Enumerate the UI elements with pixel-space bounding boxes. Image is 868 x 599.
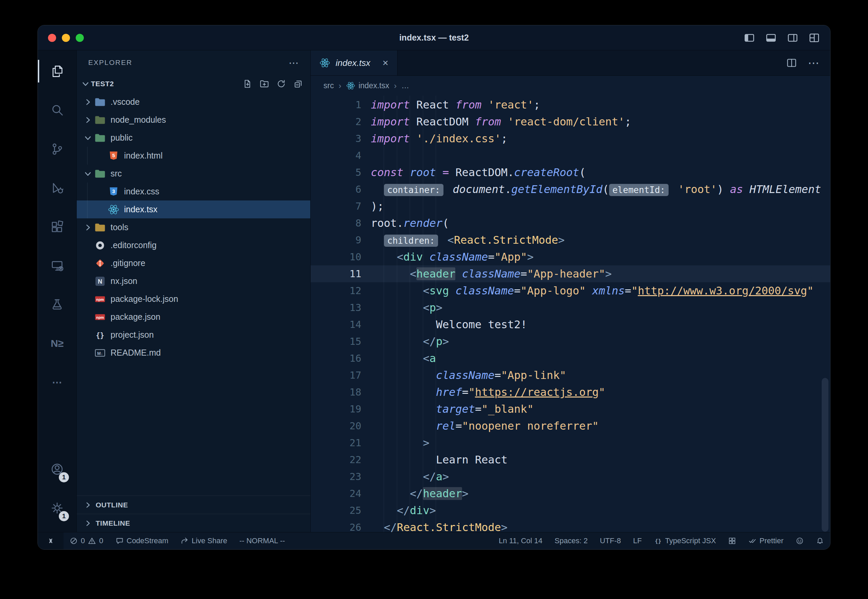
line-number[interactable]: 6	[311, 181, 361, 198]
line-number[interactable]: 1	[311, 96, 361, 113]
tree-item-package.json[interactable]: npmpackage.json	[77, 308, 310, 326]
line-number[interactable]: 18	[311, 384, 361, 400]
line-number[interactable]: 22	[311, 451, 361, 468]
breadcrumb-item-…[interactable]: …	[401, 81, 409, 90]
code-line-text[interactable]: </a>	[361, 468, 449, 485]
code-line-text[interactable]	[361, 147, 371, 164]
code-line-text[interactable]: <div className="App">	[361, 248, 534, 265]
line-number[interactable]: 16	[311, 350, 361, 367]
status-notifications[interactable]	[810, 533, 830, 549]
status-remote-indicator[interactable]	[38, 533, 63, 549]
line-number[interactable]: 23	[311, 468, 361, 485]
editor-scrollbar[interactable]	[822, 378, 829, 532]
code-editor[interactable]: 1import React from 'react';2import React…	[311, 96, 830, 532]
sidebar-more-actions-button[interactable]: ⋯	[289, 57, 299, 69]
line-number[interactable]: 4	[311, 147, 361, 164]
zoom-window-button[interactable]	[76, 34, 84, 42]
tree-item-project.json[interactable]: {}project.json	[77, 326, 310, 344]
status-problems[interactable]: 00	[63, 533, 110, 549]
code-line-text[interactable]: import ReactDOM from 'react-dom/client';	[361, 113, 632, 130]
activity-explorer-button[interactable]	[38, 52, 77, 90]
code-line-text[interactable]: target="_blank"	[361, 400, 534, 417]
code-line-text[interactable]: <p>	[361, 299, 442, 316]
status-feedback[interactable]	[790, 533, 810, 549]
tree-item-public[interactable]: public	[77, 129, 310, 147]
line-number[interactable]: 9	[311, 232, 361, 248]
status-extension-status[interactable]	[722, 533, 742, 549]
chevron-down-icon[interactable]	[82, 169, 93, 178]
activity-source-control-button[interactable]	[38, 129, 77, 169]
status-vim-mode[interactable]: -- NORMAL --	[233, 533, 291, 549]
line-number[interactable]: 13	[311, 299, 361, 316]
code-line-text[interactable]: children: <React.StrictMode>	[361, 232, 564, 248]
new-file-button[interactable]	[243, 79, 252, 89]
status-eol[interactable]: LF	[627, 533, 648, 549]
close-window-button[interactable]	[48, 34, 56, 42]
chevron-down-icon[interactable]	[82, 134, 93, 142]
code-line-text[interactable]: className="App-link"	[361, 367, 566, 384]
toggle-secondary-sidebar-icon[interactable]	[787, 32, 798, 44]
line-number[interactable]: 2	[311, 113, 361, 130]
line-number[interactable]: 26	[311, 519, 361, 532]
tree-item-index.html[interactable]: 5index.html	[77, 147, 310, 165]
status-codestream[interactable]: CodeStream	[110, 533, 175, 549]
tree-item-node_modules[interactable]: node_modules	[77, 111, 310, 129]
tree-item-README.md[interactable]: M↓README.md	[77, 344, 310, 362]
code-line-text[interactable]: Learn React	[361, 451, 508, 468]
line-number[interactable]: 5	[311, 164, 361, 181]
breadcrumb-item-index.tsx[interactable]: index.tsx	[346, 81, 390, 90]
line-number[interactable]: 24	[311, 485, 361, 502]
chevron-right-icon[interactable]	[82, 116, 93, 124]
code-line-text[interactable]: </React.StrictMode>	[361, 519, 508, 532]
status-language-mode[interactable]: {}TypeScript JSX	[648, 533, 722, 549]
activity-nx-console-button[interactable]: N≥	[38, 324, 77, 363]
tab-close-icon[interactable]: ×	[383, 57, 389, 69]
tree-item-src[interactable]: src	[77, 165, 310, 182]
line-number[interactable]: 7	[311, 198, 361, 215]
toggle-primary-sidebar-icon[interactable]	[744, 32, 755, 44]
activity-testing-button[interactable]	[38, 285, 77, 324]
status-cursor-position[interactable]: Ln 11, Col 14	[493, 533, 549, 549]
line-number[interactable]: 3	[311, 130, 361, 147]
line-number[interactable]: 21	[311, 434, 361, 451]
activity-extensions-button[interactable]	[38, 207, 77, 246]
code-line-text[interactable]: import React from 'react';	[361, 96, 540, 113]
code-line-text[interactable]: >	[361, 434, 429, 451]
tree-item-tools[interactable]: tools	[77, 218, 310, 236]
status-prettier[interactable]: Prettier	[742, 533, 790, 549]
code-line-text[interactable]: href="https://reactjs.org"	[361, 384, 605, 400]
status-indentation[interactable]: Spaces: 2	[549, 533, 594, 549]
line-number[interactable]: 14	[311, 316, 361, 333]
line-number[interactable]: 10	[311, 248, 361, 265]
activity-settings-button[interactable]: 1	[38, 488, 77, 527]
code-line-text[interactable]: );	[361, 198, 384, 215]
line-number[interactable]: 11	[311, 265, 361, 282]
code-line-text[interactable]: container: document.getElementById(eleme…	[361, 181, 821, 198]
collapse-all-button[interactable]	[293, 79, 303, 89]
tree-item-nx.json[interactable]: Nnx.json	[77, 272, 310, 290]
breadcrumb-item-src[interactable]: src	[323, 81, 334, 90]
section-timeline[interactable]: TIMELINE	[77, 514, 310, 532]
line-number[interactable]: 25	[311, 502, 361, 519]
line-number[interactable]: 15	[311, 333, 361, 350]
line-number[interactable]: 19	[311, 400, 361, 417]
tree-item-.gitignore[interactable]: .gitignore	[77, 254, 310, 272]
toggle-panel-icon[interactable]	[765, 32, 777, 44]
workspace-section-header[interactable]: TEST2	[77, 75, 310, 93]
code-line-text[interactable]: <header className="App-header">	[361, 265, 612, 282]
activity-remote-explorer-button[interactable]	[38, 246, 77, 285]
activity-run-debug-button[interactable]	[38, 169, 77, 207]
line-number[interactable]: 12	[311, 282, 361, 299]
new-folder-button[interactable]	[260, 79, 269, 89]
code-line-text[interactable]: Welcome test2!	[361, 316, 527, 333]
activity-more-button[interactable]: ⋯	[38, 363, 77, 402]
tab-index-tsx[interactable]: index.tsx ×	[311, 50, 397, 75]
activity-accounts-button[interactable]: 1	[38, 450, 77, 488]
chevron-right-icon[interactable]	[82, 223, 93, 232]
tree-item-index.css[interactable]: 3index.css	[77, 182, 310, 200]
status-live-share[interactable]: Live Share	[175, 533, 233, 549]
code-line-text[interactable]: <a	[361, 350, 436, 367]
line-number[interactable]: 20	[311, 417, 361, 434]
line-number[interactable]: 8	[311, 215, 361, 232]
tree-item-.vscode[interactable]: .vscode	[77, 93, 310, 111]
